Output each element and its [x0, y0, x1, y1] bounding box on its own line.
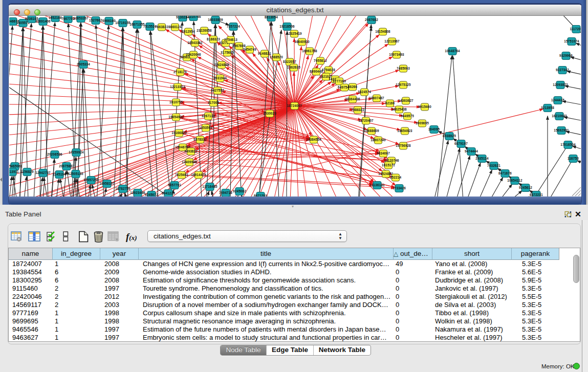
svg-text:8322057: 8322057	[283, 60, 296, 63]
svg-text:8041225: 8041225	[162, 191, 175, 195]
svg-text:9777169: 9777169	[333, 79, 346, 83]
svg-text:10648764: 10648764	[445, 49, 460, 53]
svg-text:12975125: 12975125	[396, 83, 411, 86]
svg-text:2905334: 2905334	[77, 62, 90, 66]
svg-text:1362635: 1362635	[287, 65, 300, 69]
svg-text:19166825: 19166825	[171, 131, 187, 135]
svg-text:252214: 252214	[390, 176, 402, 179]
svg-text:10025438: 10025438	[391, 107, 407, 111]
svg-text:17957255: 17957255	[83, 178, 99, 182]
svg-text:19384554: 19384554	[306, 138, 321, 141]
svg-text:7485063: 7485063	[397, 67, 410, 70]
svg-text:12505135: 12505135	[68, 172, 83, 176]
svg-text:9857791: 9857791	[168, 183, 181, 187]
svg-text:9245072: 9245072	[145, 193, 158, 196]
svg-text:18907249: 18907249	[371, 138, 386, 142]
svg-text:8186323: 8186323	[207, 37, 220, 41]
svg-text:10958107: 10958107	[99, 182, 115, 185]
svg-text:14363627: 14363627	[398, 99, 413, 102]
svg-text:10853267: 10853267	[73, 16, 89, 20]
svg-text:2718176: 2718176	[173, 70, 187, 74]
svg-text:6794028: 6794028	[322, 68, 335, 72]
svg-text:16782759: 16782759	[115, 187, 130, 190]
svg-text:2967608: 2967608	[232, 44, 246, 48]
svg-text:12093872: 12093872	[553, 83, 568, 86]
svg-text:3213958: 3213958	[541, 106, 554, 110]
svg-text:7694716: 7694716	[219, 191, 232, 194]
svg-text:1353594: 1353594	[199, 126, 212, 129]
svg-text:1117205: 1117205	[570, 27, 581, 31]
svg-text:12213313: 12213313	[170, 85, 185, 89]
svg-text:10688609: 10688609	[364, 129, 379, 133]
svg-text:6872231: 6872231	[530, 193, 543, 196]
svg-text:20364436: 20364436	[345, 97, 360, 101]
svg-text:9245612: 9245612	[519, 186, 532, 189]
svg-text:7625402: 7625402	[175, 173, 188, 177]
svg-text:7357224: 7357224	[227, 25, 240, 28]
svg-text:3824574: 3824574	[358, 90, 371, 94]
svg-text:20691406: 20691406	[35, 19, 51, 23]
svg-text:22424848: 22424848	[214, 63, 229, 67]
svg-text:9834067: 9834067	[377, 151, 390, 155]
svg-text:13716485: 13716485	[202, 185, 217, 188]
svg-text:6879197: 6879197	[454, 142, 468, 145]
svg-text:5449575: 5449575	[401, 114, 414, 118]
svg-text:1810755: 1810755	[169, 100, 183, 104]
svg-text:16671355: 16671355	[129, 23, 145, 26]
svg-text:3493822: 3493822	[184, 149, 198, 153]
svg-text:7986322: 7986322	[351, 108, 364, 112]
svg-text:16210643: 16210643	[552, 114, 567, 118]
svg-text:7632621: 7632621	[487, 164, 500, 167]
svg-text:1733426: 1733426	[393, 186, 406, 190]
svg-text:17016504: 17016504	[560, 143, 576, 146]
svg-text:3267130: 3267130	[202, 114, 215, 118]
svg-text:62160: 62160	[385, 101, 395, 105]
svg-text:17359924: 17359924	[69, 150, 84, 154]
svg-text:12213967: 12213967	[384, 39, 400, 43]
svg-text:8454749: 8454749	[243, 48, 256, 51]
svg-text:9915460: 9915460	[418, 105, 431, 108]
svg-text:8813054: 8813054	[265, 16, 278, 19]
svg-text:1145194: 1145194	[53, 172, 66, 176]
svg-text:11210746: 11210746	[186, 16, 201, 18]
svg-text:46266: 46266	[348, 85, 358, 89]
svg-text:16914479: 16914479	[191, 173, 206, 177]
svg-text:14136141: 14136141	[369, 183, 385, 187]
svg-text:1156829: 1156829	[20, 170, 34, 173]
svg-text:10719155: 10719155	[115, 21, 130, 25]
svg-text:9227342: 9227342	[556, 68, 569, 72]
svg-text:10654112: 10654112	[507, 179, 522, 182]
svg-text:1588520: 1588520	[270, 55, 283, 59]
svg-text:13720407: 13720407	[358, 119, 374, 122]
svg-text:6966160: 6966160	[102, 19, 116, 23]
svg-text:23226058: 23226058	[197, 29, 212, 32]
svg-text:7663822: 7663822	[155, 25, 168, 29]
svg-text:20206536: 20206536	[47, 152, 62, 156]
svg-text:217005: 217005	[208, 101, 220, 104]
svg-text:12409948: 12409948	[182, 160, 197, 164]
svg-text:1530023: 1530023	[263, 112, 276, 115]
svg-text:1244415: 1244415	[551, 98, 564, 102]
svg-text:19654932: 19654932	[168, 115, 184, 119]
svg-text:15692991: 15692991	[554, 128, 569, 132]
svg-text:12325419: 12325419	[287, 32, 302, 35]
svg-text:16961758: 16961758	[302, 49, 317, 53]
svg-text:9245082: 9245082	[233, 189, 246, 193]
svg-text:1009695: 1009695	[416, 121, 429, 125]
svg-text:164095: 164095	[428, 127, 440, 131]
svg-text:2754613: 2754613	[224, 38, 237, 41]
svg-text:7955812: 7955812	[314, 59, 327, 62]
svg-text:1527602: 1527602	[89, 18, 102, 22]
svg-text:13524851: 13524851	[378, 172, 394, 176]
svg-text:10807487: 10807487	[369, 96, 384, 100]
svg-text:1815172: 1815172	[382, 163, 395, 167]
svg-text:3175685: 3175685	[221, 51, 234, 54]
svg-text:2087682: 2087682	[365, 18, 378, 21]
svg-text:19756928: 19756928	[396, 144, 411, 147]
svg-text:8471676: 8471676	[498, 171, 512, 175]
svg-text:1952166: 1952166	[49, 16, 62, 19]
svg-text:19218506: 19218506	[279, 25, 295, 28]
svg-text:20975887: 20975887	[59, 164, 74, 168]
svg-text:116753: 116753	[568, 157, 579, 160]
svg-text:8990448: 8990448	[310, 70, 323, 73]
